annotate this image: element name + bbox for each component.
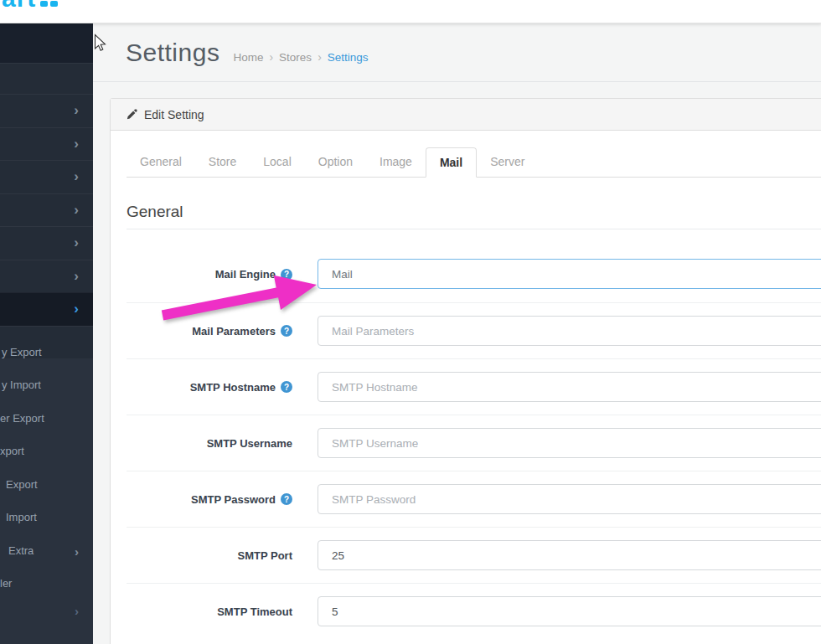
tab-image[interactable]: Image [366,147,426,177]
chevron-right-icon: › [74,301,79,316]
help-icon[interactable] [281,325,292,337]
smtp-username-input[interactable] [318,428,821,458]
chevron-right-icon: › [74,269,79,283]
breadcrumb-stores[interactable]: Stores [279,51,312,64]
sidebar-item-6[interactable]: › [0,260,93,293]
mail-parameters-input[interactable] [318,316,821,346]
tab-general[interactable]: General [127,147,195,177]
form-row-smtp-username: SMTP Username [127,415,821,471]
tab-mail[interactable]: Mail [426,147,477,177]
smtp-port-label: SMTP Port [127,528,292,583]
smtp-timeout-label: SMTP Timeout [127,584,292,639]
sidebar-nav: › › › › › › › y Export y Import er Expor… [0,23,93,644]
help-icon[interactable] [281,381,292,393]
sidebar-item-2[interactable]: › [0,127,93,161]
section-title-general: General [127,203,821,229]
chevron-right-icon: › [74,203,79,217]
chevron-right-icon: › [74,137,79,151]
smtp-hostname-label: SMTP Hostname [127,359,292,415]
mail-parameters-label: Mail Parameters [127,303,292,358]
form-row-smtp-password: SMTP Password [127,471,821,527]
help-icon[interactable] [281,493,292,505]
sidebar-item-1[interactable]: › [0,94,93,127]
mail-engine-label: Mail Engine [127,246,292,302]
smtp-username-label: SMTP Username [127,415,292,471]
pencil-icon [127,109,137,120]
sidebar-item-3[interactable]: › [0,160,93,193]
app-logo[interactable]: art [0,0,92,23]
page-header: Settings Home›Stores›Settings [93,23,821,82]
chevron-right-icon: › [74,235,79,250]
sidebar-subitem-export-2[interactable]: er Export [0,411,44,426]
chevron-right-icon: › [74,169,79,183]
breadcrumb-home[interactable]: Home [233,51,263,64]
form-row-mail-engine: Mail Engine [127,246,821,302]
panel-body: General Store Local Option Image Mail Se… [111,131,821,644]
mail-settings-form: Mail Engine Mail Parameters SMTP Hostnam… [127,246,821,639]
smtp-password-label: SMTP Password [127,471,292,527]
edit-setting-panel: Edit Setting General Store Local Option … [110,98,821,644]
logo-text-fragment: art [2,0,36,13]
tab-store[interactable]: Store [195,147,250,177]
tab-local[interactable]: Local [250,147,304,177]
breadcrumb-separator: › [318,50,322,64]
sidebar-item-4[interactable]: › [0,193,93,227]
page-title: Settings [126,39,219,67]
chevron-right-icon: › [75,605,79,617]
form-row-smtp-timeout: SMTP Timeout [127,583,821,639]
settings-tabs: General Store Local Option Image Mail Se… [127,147,821,178]
mail-engine-input[interactable] [318,259,821,289]
tab-option[interactable]: Option [305,147,366,177]
sidebar-subitem-export-3[interactable]: xport [0,444,24,459]
tab-server[interactable]: Server [477,147,538,177]
smtp-password-input[interactable] [318,484,821,514]
sidebar-subitem-import-2[interactable]: Import [6,510,37,525]
form-row-mail-parameters: Mail Parameters [127,302,821,358]
sidebar-item-5[interactable]: › [0,226,93,260]
section-title-mail-alert: Mail Alert [127,639,821,644]
form-row-smtp-hostname: SMTP Hostname [127,358,821,415]
smtp-timeout-input[interactable] [318,596,821,626]
breadcrumb: Home›Stores›Settings [233,50,368,64]
chevron-right-icon: › [74,103,79,117]
panel-heading: Edit Setting [111,99,821,131]
sidebar-subitem-extra[interactable]: Extra [8,544,34,559]
smtp-port-input[interactable] [318,540,821,570]
logo-dot-icon [40,1,48,7]
logo-dot-icon [50,1,58,7]
sidebar-item-active[interactable]: › [0,292,93,326]
smtp-hostname-input[interactable] [318,372,821,402]
breadcrumb-settings[interactable]: Settings [328,51,369,64]
main-content: Settings Home›Stores›Settings Edit Setti… [93,23,821,644]
sidebar-subitem-ler[interactable]: ler [0,576,12,591]
sidebar-subitem-export-4[interactable]: Export [6,477,38,492]
help-icon[interactable] [281,269,292,281]
sidebar-subitem-export-1[interactable]: y Export [2,345,42,360]
sidebar-profile-block [0,23,93,63]
sidebar-subitem-import-1[interactable]: y Import [2,378,41,393]
form-row-smtp-port: SMTP Port [127,527,821,583]
breadcrumb-separator: › [269,50,273,64]
panel-heading-label: Edit Setting [144,108,204,121]
sidebar-item-dashboard[interactable] [0,63,93,94]
chevron-right-icon: › [75,545,79,558]
top-navbar: art [0,0,821,23]
